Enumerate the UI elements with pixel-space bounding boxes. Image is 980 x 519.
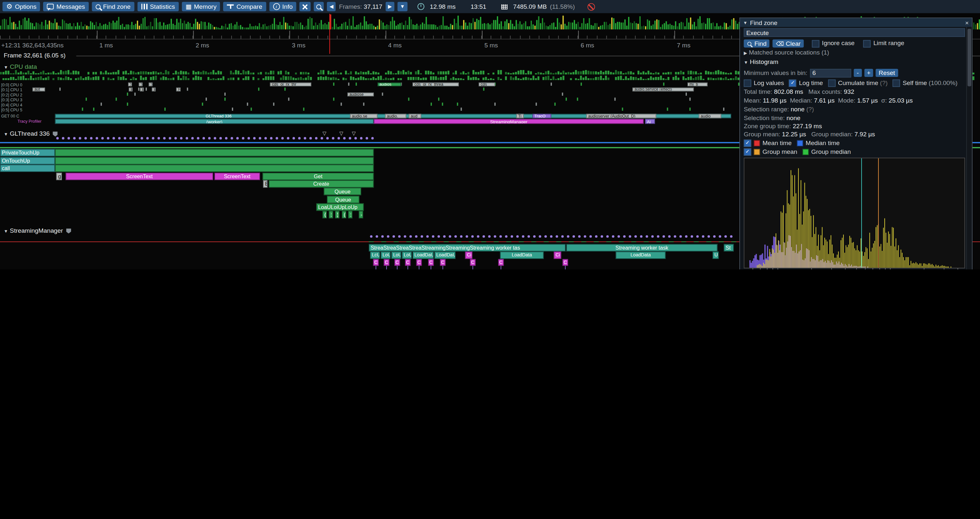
- message-dot[interactable]: [500, 235, 502, 238]
- message-dot[interactable]: [315, 137, 318, 140]
- message-dot[interactable]: [79, 137, 81, 140]
- notifications-muted-icon[interactable]: [587, 3, 595, 10]
- message-dot[interactable]: [623, 235, 626, 238]
- message-dot[interactable]: [276, 137, 278, 140]
- message-dot[interactable]: [488, 235, 491, 238]
- message-dot[interactable]: [73, 137, 76, 140]
- clear-button[interactable]: ⌫Clear: [773, 39, 804, 47]
- message-dot[interactable]: [629, 235, 632, 238]
- message-dot[interactable]: [293, 137, 295, 140]
- zone[interactable]: C: [383, 259, 389, 266]
- message-dot[interactable]: [242, 137, 245, 140]
- message-dot[interactable]: [124, 137, 126, 140]
- zone[interactable]: LoaULoiUpLoUp: [316, 203, 364, 211]
- message-dot[interactable]: [578, 235, 581, 238]
- zone[interactable]: audio.: [385, 114, 406, 118]
- zone[interactable]: E: [263, 180, 267, 188]
- thread-lane-label[interactable]: PrivateTouchUp: [0, 149, 55, 156]
- zone[interactable]: U: [713, 252, 719, 259]
- message-dot[interactable]: [651, 235, 654, 238]
- find-zone-scrollbar[interactable]: [966, 27, 972, 269]
- toolbar-messages-button[interactable]: Messages: [43, 2, 89, 11]
- min-bin-input[interactable]: [810, 69, 851, 77]
- limit-range-checkbox[interactable]: Limit range: [863, 40, 904, 47]
- message-dot[interactable]: [392, 235, 395, 238]
- message-dot[interactable]: [67, 137, 70, 140]
- message-dot[interactable]: [214, 137, 216, 140]
- tools-button[interactable]: [300, 2, 311, 11]
- message-dot[interactable]: [662, 235, 665, 238]
- message-dot[interactable]: [466, 235, 468, 238]
- zoom-search-button[interactable]: [314, 2, 324, 11]
- zone[interactable]: C: [428, 259, 434, 266]
- reset-button[interactable]: Reset: [876, 69, 898, 77]
- message-dot[interactable]: [135, 137, 137, 140]
- message-dot[interactable]: [567, 235, 570, 238]
- message-dot[interactable]: [371, 137, 374, 140]
- message-dot[interactable]: [398, 235, 401, 238]
- scrollbar-thumb[interactable]: [967, 29, 971, 86]
- zone[interactable]: StreaStreaStreaStreaStreamingStreamingSt…: [369, 244, 566, 252]
- message-dot[interactable]: [381, 235, 384, 238]
- message-dot[interactable]: [634, 235, 637, 238]
- message-dot[interactable]: [674, 235, 676, 238]
- message-dot[interactable]: [304, 137, 307, 140]
- group-legend[interactable]: ✓Group mean Group median: [744, 149, 968, 158]
- message-dot[interactable]: [264, 137, 267, 140]
- message-dot[interactable]: [696, 235, 699, 238]
- play-button[interactable]: ▶: [386, 2, 395, 11]
- zone[interactable]: LoadDaU: [434, 252, 456, 259]
- message-dot[interactable]: [191, 137, 194, 140]
- cpu-zone-worker[interactable]: (worker): [55, 119, 374, 124]
- zone[interactable]: LoadData: [500, 252, 544, 259]
- message-dot[interactable]: [668, 235, 671, 238]
- message-dot[interactable]: [482, 235, 485, 238]
- message-dot[interactable]: [113, 137, 115, 140]
- message-dot[interactable]: [443, 235, 445, 238]
- message-dot[interactable]: [287, 137, 290, 140]
- message-dot[interactable]: [95, 137, 98, 140]
- message-dot[interactable]: [685, 235, 687, 238]
- zone[interactable]: -: [359, 211, 363, 219]
- zone[interactable]: LoadData: [616, 252, 665, 259]
- zone[interactable]: [55, 149, 374, 156]
- zone[interactable]: (: [342, 211, 346, 219]
- zone[interactable]: g: [56, 172, 62, 180]
- message-dot[interactable]: [107, 137, 110, 140]
- zone[interactable]: C: [373, 259, 379, 266]
- message-dot[interactable]: [202, 137, 205, 140]
- toolbar-find-zone-button[interactable]: Find zone: [92, 2, 134, 11]
- message-dot[interactable]: [225, 137, 228, 140]
- message-dot[interactable]: [454, 235, 457, 238]
- message-dot[interactable]: [62, 137, 65, 140]
- message-dot[interactable]: [477, 235, 480, 238]
- message-dot[interactable]: [355, 137, 357, 140]
- zone[interactable]: LcU: [370, 252, 380, 259]
- thread-lane-label[interactable]: OnTouchUp: [0, 157, 55, 164]
- message-dot[interactable]: [253, 137, 256, 140]
- toolbar-statistics-button[interactable]: Statistics: [137, 2, 179, 11]
- message-dot[interactable]: [337, 137, 340, 140]
- message-dot[interactable]: [141, 137, 143, 140]
- zone[interactable]: audio.se: [350, 114, 377, 118]
- zone[interactable]: :: [329, 211, 333, 219]
- zone[interactable]: (: [322, 211, 326, 219]
- message-dot[interactable]: [562, 235, 564, 238]
- toolbar-memory-button[interactable]: ▦Memory: [182, 2, 221, 11]
- find-button[interactable]: Find: [744, 39, 770, 47]
- message-dot[interactable]: [612, 235, 614, 238]
- zone[interactable]: cds: [479, 83, 495, 86]
- message-dot[interactable]: [589, 235, 592, 238]
- zone[interactable]: LoU: [391, 252, 401, 259]
- message-dot[interactable]: [236, 137, 239, 140]
- message-dot[interactable]: [646, 235, 648, 238]
- message-dot[interactable]: [56, 137, 59, 140]
- message-dot[interactable]: [247, 137, 250, 140]
- message-dot[interactable]: [146, 137, 149, 140]
- zone[interactable]: R: [176, 88, 180, 91]
- zone[interactable]: ScreenText: [214, 172, 260, 180]
- message-dot[interactable]: [360, 137, 363, 140]
- message-dot[interactable]: [129, 137, 132, 140]
- message-dot[interactable]: [366, 137, 368, 140]
- zone[interactable]: C: [395, 259, 400, 266]
